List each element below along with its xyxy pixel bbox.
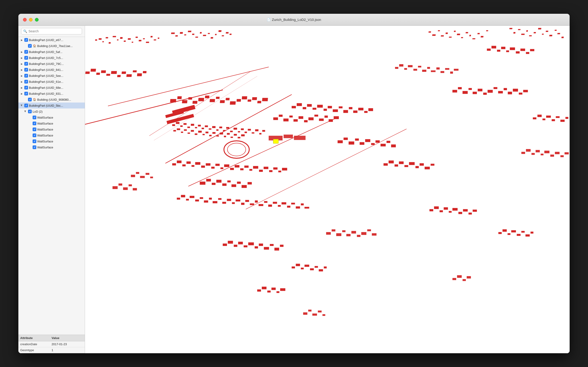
tree-item[interactable]: ▶ BuildingPart (UUID_7c5...	[18, 55, 85, 61]
tree-item[interactable]: WallSurface	[18, 138, 85, 144]
svg-rect-227	[291, 203, 295, 204]
checkbox[interactable]	[33, 127, 36, 131]
tree-item[interactable]: 🏠 Building (UUID_908080...	[18, 97, 85, 102]
search-input[interactable]	[28, 29, 80, 33]
expand-arrow[interactable]: ▶	[20, 50, 23, 53]
checkbox[interactable]	[24, 86, 28, 90]
svg-rect-398	[467, 276, 471, 278]
checkbox[interactable]	[24, 50, 28, 54]
checkbox[interactable]	[24, 92, 28, 95]
svg-rect-137	[209, 135, 212, 136]
building-icon: 🏠	[33, 98, 36, 101]
expand-arrow[interactable]: ▶	[20, 80, 23, 83]
svg-rect-290	[349, 142, 354, 144]
expand-arrow[interactable]: ▶	[20, 104, 23, 107]
svg-rect-294	[371, 143, 375, 145]
checkbox[interactable]	[33, 145, 36, 149]
tree-item[interactable]: ▶ BuildingPart (UUID_5ee...	[18, 73, 85, 79]
svg-rect-345	[273, 139, 278, 143]
svg-rect-394	[322, 314, 325, 316]
tree-item[interactable]: 🏠 Building (UUID_7ba11ae...	[18, 43, 85, 49]
tree-item[interactable]: ▶ BuildingPart (UUID_841...	[18, 67, 85, 73]
svg-rect-262	[275, 248, 279, 250]
expand-arrow[interactable]: ▶	[20, 92, 23, 95]
expand-arrow[interactable]: ▶	[20, 74, 23, 77]
tree-item[interactable]: ▶ BuildingPart (UUID_5af...	[18, 49, 85, 55]
svg-rect-273	[262, 287, 267, 289]
svg-rect-129	[181, 132, 183, 133]
tree-item[interactable]: WallSurface	[18, 132, 85, 138]
svg-rect-92	[257, 101, 261, 103]
tree-item[interactable]: WallSurface	[18, 115, 85, 120]
tree-container[interactable]: ▶ BuildingPart (UUID_e67... 🏠 Building (…	[18, 37, 85, 335]
svg-rect-310	[501, 47, 505, 49]
checkbox[interactable]	[33, 140, 36, 143]
checkbox[interactable]	[33, 133, 36, 137]
tree-item[interactable]: WallSurface	[18, 120, 85, 126]
checkbox[interactable]	[24, 38, 28, 42]
tree-item[interactable]: WallSurface	[18, 144, 85, 150]
svg-rect-287	[431, 164, 434, 166]
expand-arrow[interactable]: ▶	[20, 62, 23, 65]
tree-item-selected[interactable]: ▶ BuildingPart (UUID_5bc...	[18, 102, 85, 108]
svg-rect-83	[210, 99, 215, 102]
svg-rect-327	[325, 116, 328, 118]
maximize-button[interactable]	[35, 18, 39, 22]
search-wrapper[interactable]: 🔍	[21, 28, 82, 34]
svg-rect-215	[236, 200, 240, 201]
expand-arrow[interactable]: ▶	[20, 56, 23, 59]
checkbox[interactable]	[24, 68, 28, 72]
tree-item[interactable]: WallSurface	[18, 126, 85, 132]
svg-rect-297	[387, 141, 390, 143]
svg-rect-219	[255, 200, 258, 202]
attr-row: Geomtype 1	[18, 347, 85, 353]
svg-rect-3	[103, 41, 104, 42]
svg-rect-373	[146, 173, 149, 175]
checkbox[interactable]	[24, 74, 28, 77]
svg-rect-250	[468, 213, 472, 215]
svg-rect-277	[280, 288, 285, 291]
tree-item[interactable]: ▶ BuildingPart (UUID_e67...	[18, 37, 85, 43]
svg-rect-13	[139, 40, 141, 41]
svg-rect-15	[146, 42, 149, 43]
checkbox[interactable]	[24, 104, 28, 107]
tree-item[interactable]: ▶ LoD (2)	[18, 108, 85, 115]
svg-rect-195	[493, 87, 497, 89]
svg-rect-213	[227, 199, 231, 201]
svg-rect-45	[469, 35, 471, 36]
checkbox[interactable]	[28, 98, 32, 101]
expand-arrow[interactable]: ▶	[24, 110, 27, 113]
checkbox[interactable]	[28, 44, 32, 48]
svg-rect-214	[232, 202, 235, 204]
minimize-button[interactable]	[29, 18, 33, 22]
svg-rect-182	[349, 107, 352, 109]
svg-rect-313	[516, 51, 519, 53]
window-title: 📄 Zurich_Building_LoD2_V10.json	[267, 18, 321, 22]
expand-arrow[interactable]: ▶	[20, 38, 23, 42]
svg-rect-135	[203, 134, 205, 135]
svg-rect-372	[140, 176, 145, 178]
svg-rect-237	[546, 116, 551, 118]
expand-arrow[interactable]: ▶	[20, 68, 23, 71]
checkbox[interactable]	[24, 62, 28, 66]
tree-item[interactable]: ▶ BuildingPart (UUID_61e...	[18, 79, 85, 85]
checkbox[interactable]	[24, 56, 28, 60]
checkbox[interactable]	[33, 116, 36, 119]
tree-item[interactable]: ▶ BuildingPart (UUID_831...	[18, 91, 85, 97]
tree-item[interactable]: ▶ BuildingPart (UUID_68e...	[18, 85, 85, 91]
svg-rect-150	[187, 161, 191, 164]
svg-rect-166	[264, 167, 268, 169]
map-area[interactable]	[85, 26, 570, 353]
svg-rect-275	[271, 288, 276, 290]
svg-rect-384	[346, 234, 351, 236]
checkbox[interactable]	[28, 110, 32, 113]
expand-arrow[interactable]: ▶	[20, 86, 23, 89]
checkbox[interactable]	[33, 122, 36, 125]
tree-item[interactable]: ▶ BuildingPart (UUID_79C...	[18, 61, 85, 67]
close-button[interactable]	[23, 18, 27, 22]
svg-rect-59	[546, 31, 548, 32]
checkbox[interactable]	[24, 80, 28, 83]
titlebar: 📄 Zurich_Building_LoD2_V10.json	[18, 14, 570, 26]
svg-rect-307	[487, 49, 491, 51]
svg-rect-266	[301, 268, 304, 269]
